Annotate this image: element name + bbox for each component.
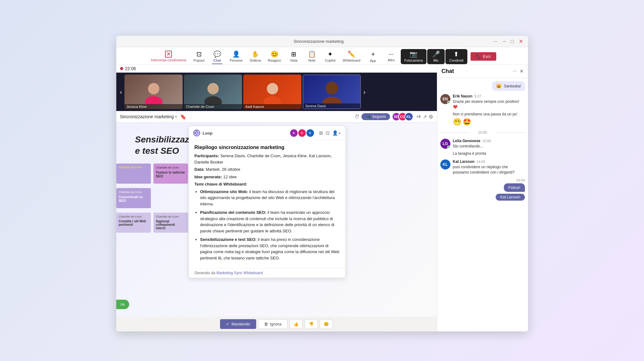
video-thumb-jessica: Jessica Kline — [124, 75, 183, 109]
toolbar-react[interactable]: 😊 Reagisci — [265, 49, 284, 64]
more-icon[interactable]: ··· — [492, 39, 499, 44]
more-label: Altro — [388, 58, 395, 62]
emoji-row-erik: 😁 🤩 — [453, 118, 525, 126]
mic-icon: 🎤 — [432, 50, 440, 58]
loop-bullet-3: Sensibilizzazione e test SEO: il team ha… — [200, 236, 340, 261]
thumbs-down-button[interactable]: 👎 — [305, 319, 318, 329]
maximize-icon[interactable]: □ — [509, 39, 515, 44]
toolbar-app[interactable]: ＋ App — [364, 48, 382, 64]
share-meeting-icon[interactable]: ↗ — [423, 114, 427, 120]
chat-title: Chat — [442, 68, 513, 75]
people-label: Persone — [230, 58, 243, 62]
more-options-icon: ··· — [388, 50, 394, 58]
camera-label: Fotocamera — [405, 58, 423, 62]
loop-share-icon[interactable]: 👤+ — [332, 130, 341, 136]
msg-meta-kat: Kat Larsson 14:03 — [453, 159, 525, 164]
bubble-santouka: 😺 Santouka! — [492, 81, 525, 91]
loop-grid-icon[interactable]: ⊞ — [319, 130, 323, 136]
toolbar-mic[interactable]: 🎤 Mic — [427, 49, 445, 64]
thumbs-up-button[interactable]: 👍 — [289, 319, 303, 329]
sticky-card-1: Charlotte de Crum — [116, 164, 151, 184]
emoji-button[interactable]: 😊 — [320, 319, 333, 329]
avatar-kat: KL — [440, 159, 450, 169]
stop-share-icon: ✕ — [165, 51, 172, 58]
toolbar-camera[interactable]: 📷 Fotocamera — [401, 49, 427, 64]
loop-bullet-1: Ottimizzazione sito Web: il team ha disc… — [200, 189, 340, 207]
chat-panel: Chat ··· ✕ 😺 Santouka! EN — [437, 65, 528, 331]
toolbar-view[interactable]: ⊞ Vista — [285, 49, 302, 64]
svg-point-1 — [145, 96, 162, 104]
chat-more-icon[interactable]: ··· — [513, 68, 517, 74]
msg-text-kat: puoi condividere un riepilogo che possia… — [453, 164, 525, 175]
video-label-jessica: Jessica Kline — [124, 104, 183, 109]
whiteboard-icon: ✏️ — [348, 50, 355, 58]
toolbar-share[interactable]: ⬆ Condividi — [445, 49, 467, 64]
title-bar: Sincronizzazione marketing ··· − □ ✕ — [116, 36, 528, 47]
timer-icon[interactable]: ⏱ — [355, 114, 360, 119]
meeting-actions: ⏱ 📺 Seguimi SD CC KL +6 ↗ ⚙ — [355, 112, 433, 121]
toolbar-raise[interactable]: ✋ Solleva — [246, 49, 264, 64]
video-label-charlotte: Charlotte de Crum — [184, 104, 242, 109]
chevron-down-icon[interactable]: ▾ — [175, 114, 177, 119]
msg-text-lelia-2: La lavagna è pronta — [453, 151, 525, 156]
online-dot-erik — [447, 101, 450, 104]
loop-modal: Loop S C K ⊞ ⊡ 👤+ — [189, 126, 346, 278]
teams-window: Sincronizzazione marketing ··· − □ ✕ ✕ I… — [116, 36, 528, 331]
toolbar-whiteboard[interactable]: ✏️ Whiteboard — [339, 49, 363, 64]
next-video-nav[interactable]: › — [362, 88, 367, 96]
check-icon: ✓ — [226, 322, 229, 326]
loop-copy-icon[interactable]: ⊡ — [326, 130, 330, 136]
msg-content-kat: Kat Larsson 14:03 puoi condividere un ri… — [453, 159, 525, 175]
share-label: Condividi — [449, 58, 463, 62]
toolbar-copilot[interactable]: ✦ Copilot — [321, 49, 339, 64]
action-bar: ✓ Mantienilo 🗑 Ignora 👍 👎 😊 — [116, 317, 437, 331]
loop-av-1: S — [290, 129, 298, 137]
loop-footer-link[interactable]: Marketing Sync Whiteboard — [217, 271, 263, 275]
avatar-erik: EN — [440, 94, 450, 104]
recording-time: 22:06 — [125, 66, 136, 71]
leave-button[interactable]: 📞 Esci — [471, 52, 497, 61]
sticky-row-3: Charlotte de Crum Contatta i siti Web pe… — [116, 213, 188, 233]
close-icon[interactable]: ✕ — [518, 38, 524, 44]
chat-label: Chat — [213, 58, 221, 62]
whiteboard-area: Sensibilizzazione e test SEO Charlotte d… — [116, 123, 437, 317]
self-reply-bubble: Felice! — [504, 183, 525, 192]
recording-dot — [120, 67, 123, 70]
popout-label: Popout — [194, 58, 205, 62]
loop-app-name: Loop — [203, 131, 213, 136]
toolbar: ✕ Interrompi condivisione ⊡ Popout 💬 Cha… — [116, 47, 528, 65]
settings-icon[interactable]: ⚙ — [429, 114, 433, 120]
minimize-icon[interactable]: − — [501, 39, 507, 44]
follow-button[interactable]: 📺 Seguimi — [361, 113, 390, 120]
bookmark-icon[interactable]: 🔖 — [180, 114, 186, 120]
kat-name-bubble: Kat Larsson — [496, 194, 525, 201]
sticky-label2: Charlotte de Crum — [156, 166, 179, 169]
sticky-card-4: Charlotte de Crum Contatta i siti Web pe… — [116, 213, 151, 233]
loop-participants: Participants: Serena Davis, Charlotte de… — [195, 153, 340, 165]
chat-close-icon[interactable]: ✕ — [520, 68, 524, 74]
toolbar-notes[interactable]: 📋 Note — [303, 49, 321, 64]
sticky-row-1: Charlotte de Crum Charlotte de Crum Test… — [116, 164, 188, 184]
prev-video-nav[interactable]: ‹ — [119, 88, 124, 96]
loop-doc-title: Riepilogo sincronizzazione marketing — [195, 145, 340, 150]
mic-label: Mic — [433, 58, 439, 62]
chat-messages: 😺 Santouka! EN Erik Nason 9:27 — [437, 78, 528, 331]
keep-button[interactable]: ✓ Mantienilo — [220, 319, 256, 329]
window-controls: ··· − □ ✕ — [492, 38, 524, 44]
green-action-btn[interactable]: ne — [116, 300, 129, 309]
people-icon: 👤 — [232, 50, 240, 58]
raise-icon: ✋ — [251, 50, 259, 58]
toolbar-popout[interactable]: ⊡ Popout — [190, 49, 208, 64]
toolbar-more[interactable]: ··· Altro — [383, 49, 400, 64]
toolbar-stop-share[interactable]: ✕ Interrompi condivisione — [148, 49, 190, 64]
chat-header-controls: ··· ✕ — [513, 68, 523, 74]
raise-label: Solleva — [250, 58, 261, 62]
chat-header: Chat ··· ✕ — [437, 65, 528, 78]
content-area: 22:06 ‹ Jessica Kline Charlotte de Crum — [116, 65, 437, 331]
online-dot-lelia — [447, 146, 450, 148]
loop-themes-label: Temi chiave di Whiteboard: — [195, 181, 340, 187]
toolbar-chat[interactable]: 💬 Chat — [208, 49, 226, 64]
avatar-plus-count: +6 — [416, 114, 421, 119]
toolbar-people[interactable]: 👤 Persone — [227, 49, 246, 64]
ignore-button[interactable]: 🗑 Ignora — [258, 319, 288, 329]
